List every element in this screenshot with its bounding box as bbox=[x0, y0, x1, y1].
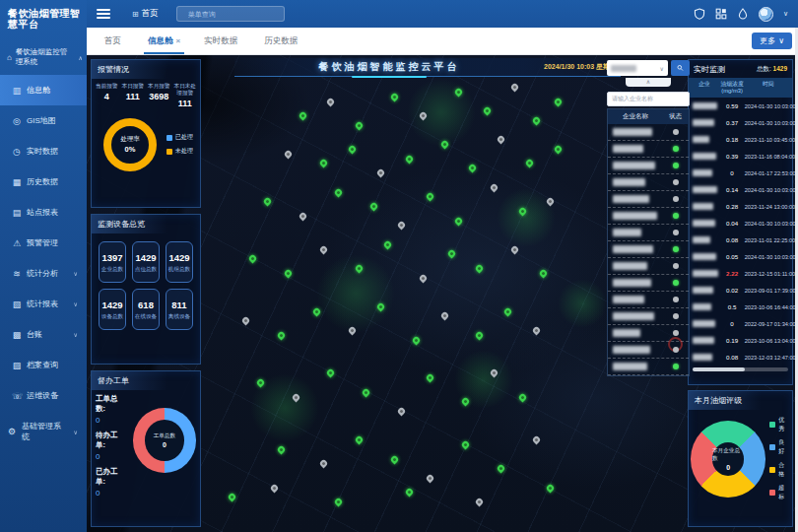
company-name-input[interactable] bbox=[607, 92, 690, 106]
map-pin-icon[interactable] bbox=[453, 216, 463, 226]
sidebar-item[interactable]: ◎ GIS地图 bbox=[0, 105, 87, 136]
realtime-row[interactable]: 0.04 2024-01-30 10:03:00 bbox=[689, 215, 792, 232]
sidebar-item[interactable]: ≋ 统计分析 ∨ bbox=[0, 258, 87, 289]
device-stat-card[interactable]: 811 离线设备 bbox=[166, 289, 193, 330]
map-pin-icon[interactable] bbox=[241, 316, 251, 326]
map-pin-icon[interactable] bbox=[326, 97, 336, 106]
sidebar-item[interactable]: ▤ 站点报表 bbox=[0, 197, 87, 228]
map-pin-icon[interactable] bbox=[404, 488, 414, 498]
menu-search[interactable] bbox=[176, 6, 285, 22]
company-row[interactable] bbox=[608, 191, 689, 208]
horizontal-scrollbar[interactable] bbox=[693, 367, 788, 371]
map-pin-icon[interactable] bbox=[269, 483, 279, 493]
map-pin-icon[interactable] bbox=[426, 473, 435, 483]
map-pin-icon[interactable] bbox=[383, 239, 393, 249]
collapse-toggle[interactable]: ∧ bbox=[626, 78, 671, 87]
company-row[interactable] bbox=[608, 292, 689, 308]
tab[interactable]: 首页 bbox=[93, 28, 136, 54]
map-pin-icon[interactable] bbox=[397, 407, 407, 417]
dashboard-map[interactable]: 餐饮油烟智能监控云平台 2024/1/30 10:03 星期二 报警情况 当前报… bbox=[87, 55, 795, 532]
realtime-row[interactable]: 0.39 2023-11-16 08:04:00 bbox=[689, 148, 792, 165]
map-pin-icon[interactable] bbox=[475, 330, 485, 340]
tab[interactable]: 信息舱 × bbox=[136, 28, 192, 54]
map-pin-icon[interactable] bbox=[503, 306, 513, 316]
company-row[interactable] bbox=[608, 241, 689, 258]
company-row[interactable] bbox=[608, 208, 689, 225]
company-row[interactable] bbox=[608, 258, 689, 275]
sidebar-item[interactable]: ▨ 档案查询 bbox=[0, 350, 87, 380]
map-pin-icon[interactable] bbox=[333, 187, 343, 197]
map-pin-icon[interactable] bbox=[418, 273, 428, 283]
map-pin-icon[interactable] bbox=[532, 435, 542, 445]
map-pin-icon[interactable] bbox=[517, 392, 527, 402]
sidebar-group-smoke-monitoring[interactable]: ⌂ 餐饮油烟监控管理系统 ∧ bbox=[0, 39, 87, 75]
map-pin-icon[interactable] bbox=[553, 145, 563, 155]
map-pin-icon[interactable] bbox=[375, 168, 385, 178]
company-row[interactable] bbox=[608, 359, 689, 375]
map-pin-icon[interactable] bbox=[411, 335, 421, 345]
map-pin-icon[interactable] bbox=[461, 440, 471, 450]
device-stat-card[interactable]: 1429 点位总数 bbox=[132, 241, 160, 283]
map-pin-icon[interactable] bbox=[277, 330, 287, 340]
map-pin-icon[interactable] bbox=[298, 211, 307, 221]
company-row[interactable] bbox=[608, 141, 689, 158]
company-row[interactable] bbox=[608, 158, 689, 174]
realtime-row[interactable]: 0.08 2023-11-01 22:25:00 bbox=[689, 232, 792, 248]
company-row[interactable] bbox=[608, 225, 689, 241]
map-pin-icon[interactable] bbox=[489, 182, 499, 192]
map-pin-icon[interactable] bbox=[298, 111, 307, 121]
realtime-row[interactable]: 0.02 2023-09-01 17:39:00 bbox=[689, 282, 792, 299]
realtime-row[interactable]: 0.19 2023-10-06 13:04:00 bbox=[689, 332, 792, 349]
company-select[interactable]: ∨ bbox=[607, 60, 668, 76]
realtime-row[interactable]: 0.14 2024-01-30 10:03:00 bbox=[689, 181, 792, 198]
map-pin-icon[interactable] bbox=[319, 159, 329, 168]
map-pin-icon[interactable] bbox=[510, 83, 520, 93]
map-pin-icon[interactable] bbox=[390, 92, 400, 101]
chevron-down-icon[interactable]: ∨ bbox=[783, 10, 788, 18]
device-stat-card[interactable]: 1397 企业总数 bbox=[99, 241, 126, 283]
sidebar-item[interactable]: ▧ 统计报表 ∨ bbox=[0, 289, 87, 319]
map-pin-icon[interactable] bbox=[248, 254, 258, 264]
sidebar-item[interactable]: ⚠ 预警管理 bbox=[0, 228, 87, 258]
map-pin-icon[interactable] bbox=[439, 311, 449, 321]
map-pin-icon[interactable] bbox=[348, 145, 358, 155]
device-stat-card[interactable]: 618 在线设备 bbox=[132, 289, 160, 330]
menu-search-input[interactable] bbox=[186, 10, 280, 19]
realtime-row[interactable]: 2.22 2023-12-15 01:11:00 bbox=[689, 265, 792, 282]
map-pin-icon[interactable] bbox=[539, 268, 549, 278]
flame-icon[interactable] bbox=[737, 8, 749, 20]
map-pin-icon[interactable] bbox=[319, 244, 329, 254]
map-pin-icon[interactable] bbox=[262, 197, 272, 207]
map-pin-icon[interactable] bbox=[397, 221, 407, 231]
home-button[interactable]: ⊞ 首页 bbox=[132, 8, 159, 20]
company-row[interactable] bbox=[608, 124, 689, 141]
realtime-row[interactable]: 0.18 2023-11-10 03:45:00 bbox=[689, 131, 792, 148]
menu-toggle-icon[interactable] bbox=[97, 9, 110, 19]
realtime-row[interactable]: 0.05 2024-01-30 10:03:00 bbox=[689, 248, 792, 265]
apps-icon[interactable] bbox=[715, 8, 727, 20]
company-row[interactable] bbox=[608, 275, 689, 292]
map-pin-icon[interactable] bbox=[475, 264, 485, 274]
device-stat-card[interactable]: 1429 机组总数 bbox=[166, 241, 193, 283]
company-row[interactable] bbox=[608, 174, 689, 191]
map-pin-icon[interactable] bbox=[553, 97, 563, 106]
tab[interactable]: 历史数据 bbox=[252, 28, 312, 54]
map-pin-icon[interactable] bbox=[319, 459, 329, 469]
close-icon[interactable]: × bbox=[176, 36, 181, 45]
map-pin-icon[interactable] bbox=[284, 268, 294, 278]
realtime-row[interactable]: 0.59 2024-01-30 10:03:00 bbox=[689, 98, 792, 114]
tab[interactable]: 实时数据 bbox=[192, 28, 252, 54]
sidebar-item[interactable]: ⚙ 基础管理系统 ∨ bbox=[0, 411, 87, 452]
avatar[interactable] bbox=[759, 7, 773, 22]
sidebar-item[interactable]: ◷ 实时数据 bbox=[0, 136, 87, 166]
map-pin-icon[interactable] bbox=[355, 435, 365, 445]
map-pin-icon[interactable] bbox=[468, 164, 478, 173]
map-pin-icon[interactable] bbox=[333, 498, 343, 507]
company-row[interactable] bbox=[608, 308, 689, 325]
map-pin-icon[interactable] bbox=[497, 464, 506, 474]
more-button[interactable]: 更多 ∨ bbox=[752, 33, 792, 49]
realtime-row[interactable]: 0.28 2023-11-24 13:00:00 bbox=[689, 198, 792, 215]
map-pin-icon[interactable] bbox=[524, 159, 534, 168]
map-pin-icon[interactable] bbox=[546, 483, 556, 493]
sidebar-item[interactable]: ▩ 台账 ∨ bbox=[0, 319, 87, 350]
